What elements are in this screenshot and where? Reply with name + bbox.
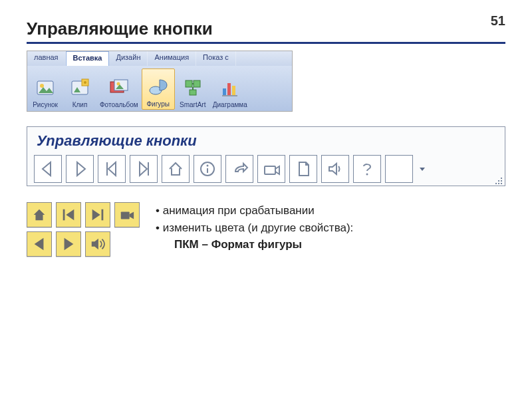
sample-grid bbox=[27, 202, 140, 257]
action-button-info[interactable] bbox=[194, 155, 221, 183]
panel-title: Управляющие кнопки bbox=[37, 132, 498, 150]
svg-rect-2 bbox=[498, 180, 499, 182]
svg-rect-5 bbox=[495, 183, 497, 184]
svg-rect-3 bbox=[501, 183, 502, 184]
ribbon-tab[interactable]: лавная bbox=[27, 51, 66, 66]
ribbon-button-label: Диаграмма bbox=[213, 101, 247, 108]
ribbon-tabs: лавнаяВставкаДизайнАнимацияПоказ с bbox=[27, 51, 292, 66]
ribbon-tab[interactable]: Анимация bbox=[148, 51, 196, 66]
note-strong: ПКМ bbox=[174, 238, 199, 251]
sample-button-last[interactable] bbox=[85, 202, 110, 227]
page-title: Управляющие кнопки bbox=[27, 19, 505, 39]
sample-button-movie[interactable] bbox=[114, 202, 140, 227]
note-line: • изменить цвета (и другие свойства): bbox=[156, 219, 353, 237]
shapes-icon bbox=[148, 76, 169, 98]
action-button-sound[interactable] bbox=[321, 155, 349, 183]
sample-button-home[interactable] bbox=[27, 202, 52, 227]
action-buttons-row bbox=[34, 155, 498, 183]
chart-icon bbox=[219, 77, 241, 98]
sample-button-back[interactable] bbox=[27, 231, 52, 257]
samples-section: • анимация при срабатывании • изменить ц… bbox=[27, 202, 505, 257]
ribbon-button-album[interactable]: Фотоальбом bbox=[98, 68, 140, 110]
ribbon-button-picture[interactable]: Рисунок bbox=[29, 68, 62, 110]
ribbon-tab[interactable]: Дизайн bbox=[109, 51, 148, 66]
sample-button-forward[interactable] bbox=[56, 231, 81, 257]
heading-rule bbox=[27, 42, 505, 44]
ribbon-button-shapes[interactable]: Фигуры bbox=[142, 68, 175, 110]
action-buttons-panel: Управляющие кнопки bbox=[27, 126, 505, 186]
notes: • анимация при срабатывании • изменить ц… bbox=[156, 202, 353, 253]
action-button-help[interactable] bbox=[353, 155, 381, 183]
action-button-document[interactable] bbox=[289, 155, 317, 183]
ribbon-tab[interactable]: Показ с bbox=[196, 51, 236, 66]
svg-rect-0 bbox=[501, 178, 502, 179]
ribbon-button-label: SmartArt bbox=[180, 101, 205, 108]
ribbon-button-label: Фотоальбом bbox=[100, 101, 138, 108]
action-button-forward[interactable] bbox=[66, 155, 94, 183]
note-text: изменить цвета (и другие свойства): bbox=[163, 221, 354, 234]
action-button-movie[interactable] bbox=[257, 155, 285, 183]
ribbon-button-label: Фигуры bbox=[147, 100, 170, 108]
action-button-home[interactable] bbox=[162, 155, 190, 183]
note-text: – Формат фигуры bbox=[199, 238, 302, 251]
ribbon-button-chart[interactable]: Диаграмма bbox=[211, 68, 249, 110]
ribbon-button-label: Клип bbox=[72, 101, 88, 108]
action-button-first[interactable] bbox=[98, 155, 126, 183]
note-line: • анимация при срабатывании bbox=[156, 202, 353, 219]
note-text: анимация при срабатывании bbox=[163, 204, 315, 217]
dropdown-arrow-icon[interactable] bbox=[417, 155, 428, 183]
ribbon-button-smartart[interactable]: SmartArt bbox=[176, 68, 209, 110]
svg-rect-1 bbox=[501, 180, 502, 182]
ribbon-button-clip[interactable]: Клип bbox=[63, 68, 96, 110]
action-button-back[interactable] bbox=[34, 155, 62, 183]
ribbon-tab[interactable]: Вставка bbox=[66, 51, 110, 66]
smartart-icon bbox=[182, 77, 203, 98]
sample-button-first[interactable] bbox=[56, 202, 81, 227]
resize-grip-icon[interactable] bbox=[494, 175, 503, 184]
action-button-last[interactable] bbox=[130, 155, 158, 183]
album-icon bbox=[108, 77, 130, 98]
clip-icon bbox=[69, 77, 90, 98]
svg-rect-4 bbox=[498, 183, 499, 184]
action-button-blank[interactable] bbox=[385, 155, 413, 183]
action-button-return[interactable] bbox=[225, 155, 253, 183]
picture-icon bbox=[35, 77, 56, 98]
ribbon: лавнаяВставкаДизайнАнимацияПоказ с Рисун… bbox=[27, 51, 293, 112]
ribbon-body: РисунокКлипФотоальбомФигурыSmartArtДиагр… bbox=[27, 66, 292, 111]
page-number: 51 bbox=[491, 13, 505, 29]
note-line: ПКМ – Формат фигуры bbox=[156, 236, 353, 253]
sample-button-sound[interactable] bbox=[85, 231, 110, 257]
ribbon-button-label: Рисунок bbox=[33, 101, 58, 108]
